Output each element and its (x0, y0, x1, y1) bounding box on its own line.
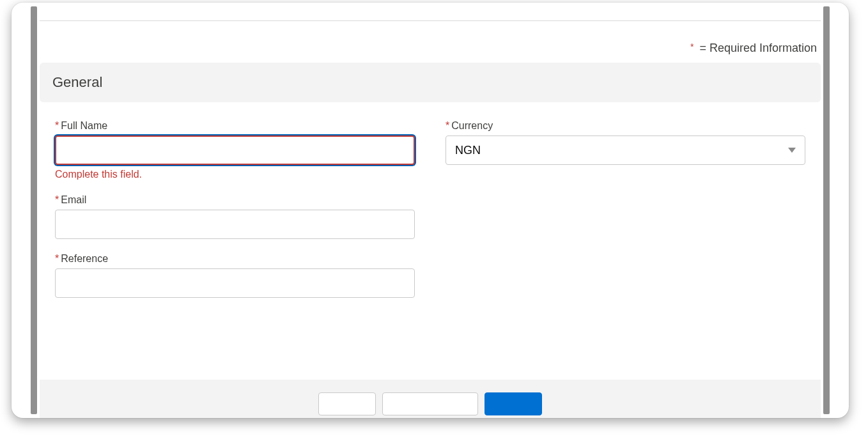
email-label-text: Email (61, 194, 86, 205)
required-asterisk: * (446, 120, 449, 131)
reference-label-text: Reference (61, 253, 108, 264)
currency-select[interactable]: NGN (446, 135, 805, 165)
email-label: *Email (55, 194, 415, 206)
required-info-text: = Required Information (696, 42, 817, 54)
full-name-error: Complete this field. (55, 169, 415, 180)
field-email: *Email (55, 194, 415, 239)
footer-button-1[interactable] (318, 392, 376, 415)
currency-selected-value: NGN (455, 144, 481, 157)
required-asterisk: * (55, 194, 59, 205)
reference-label: *Reference (55, 253, 415, 265)
scrollbar-right[interactable] (823, 6, 830, 414)
currency-select-display[interactable]: NGN (446, 135, 805, 165)
required-info-note: * = Required Information (40, 21, 821, 63)
full-name-label-text: Full Name (61, 120, 107, 131)
full-name-input[interactable] (55, 135, 415, 165)
footer-bar (40, 380, 821, 418)
required-asterisk: * (55, 253, 59, 264)
footer-button-2[interactable] (382, 392, 478, 415)
right-column: *Currency NGN (446, 120, 805, 312)
field-currency: *Currency NGN (446, 120, 805, 165)
required-asterisk: * (55, 120, 59, 131)
left-column: *Full Name Complete this field. *Email *… (55, 120, 415, 312)
full-name-label: *Full Name (55, 120, 415, 132)
scrollbar-left[interactable] (31, 6, 37, 414)
section-title: General (52, 74, 102, 90)
currency-label-text: Currency (451, 120, 493, 131)
form-grid: *Full Name Complete this field. *Email *… (40, 120, 821, 312)
field-reference: *Reference (55, 253, 415, 298)
reference-input[interactable] (55, 268, 415, 298)
asterisk-icon: * (690, 42, 694, 52)
email-input[interactable] (55, 210, 415, 239)
currency-label: *Currency (446, 120, 805, 132)
form-content: * = Required Information General *Full N… (40, 6, 821, 418)
footer-button-primary[interactable] (484, 392, 542, 415)
section-header-general: General (40, 63, 821, 102)
field-full-name: *Full Name Complete this field. (55, 120, 415, 180)
dialog-frame: * = Required Information General *Full N… (12, 3, 849, 418)
